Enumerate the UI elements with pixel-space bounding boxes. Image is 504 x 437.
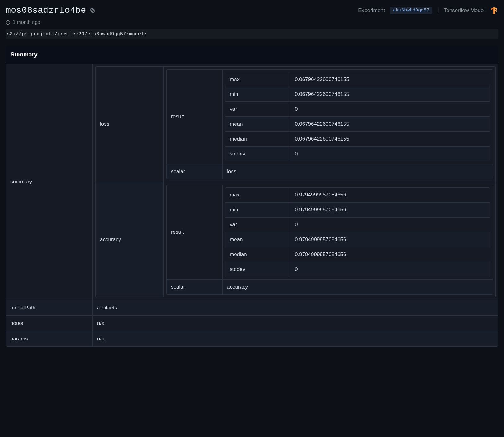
- cell-metric-body: result max0.9794999957084656 min0.979499…: [164, 182, 496, 297]
- card-header: Summary: [6, 46, 498, 64]
- timestamp-text: 1 month ago: [13, 20, 40, 25]
- table-row-modelpath: modelPath /artifacts: [6, 300, 498, 316]
- cell-result-value: max0.9794999957084656 min0.9794999957084…: [222, 185, 493, 280]
- stat-key: stddev: [225, 146, 290, 161]
- cell-result-label: result: [166, 185, 222, 280]
- clock-icon: [6, 20, 10, 25]
- cell-value: n/a: [92, 331, 498, 347]
- title-wrap: mos08sadzrlo4be: [6, 6, 95, 15]
- stat-key: mean: [225, 117, 290, 132]
- tensorflow-icon: [490, 6, 498, 15]
- cell-result-label: result: [166, 69, 222, 164]
- stats-table: max0.9794999957084656 min0.9794999957084…: [225, 187, 490, 277]
- stat-value: 0.9794999957084656: [290, 202, 490, 217]
- storage-path: s3://ps-projects/prymlee23/eku6bwbd9qg57…: [6, 29, 498, 39]
- stat-key: median: [225, 132, 290, 146]
- table-row-scalar: scalar loss: [166, 164, 493, 179]
- stat-value: 0.9794999957084656: [290, 247, 490, 262]
- stat-key: var: [225, 217, 290, 232]
- metric-detail-table: result max0.06796422600746155 min0.06796…: [166, 69, 493, 179]
- experiment-id-pill[interactable]: eku6bwbd9qg57: [390, 7, 432, 14]
- cell-value: n/a: [92, 316, 498, 331]
- stat-value: 0.06796422600746155: [290, 117, 490, 132]
- table-row-scalar: scalar accuracy: [166, 280, 493, 295]
- metric-detail-table: result max0.9794999957084656 min0.979499…: [166, 185, 493, 295]
- cell-scalar-label: scalar: [166, 280, 222, 295]
- svg-rect-1: [91, 9, 93, 11]
- stat-key: min: [225, 87, 290, 102]
- stat-value: 0: [290, 146, 490, 161]
- table-row-summary: summary loss result: [6, 64, 498, 300]
- cell-key: modelPath: [6, 300, 92, 316]
- stats-table: max0.06796422600746155 min0.067964226007…: [225, 72, 490, 161]
- table-row-stat: median0.9794999957084656: [225, 247, 490, 262]
- stat-key: min: [225, 202, 290, 217]
- table-row-stat: stddev0: [225, 146, 490, 161]
- cell-key: params: [6, 331, 92, 347]
- table-row-stat: max0.9794999957084656: [225, 187, 490, 202]
- cell-metric-name: accuracy: [95, 182, 164, 297]
- stat-key: median: [225, 247, 290, 262]
- stat-value: 0: [290, 102, 490, 117]
- timestamp-row: 1 month ago: [6, 20, 498, 25]
- cell-metric-name: loss: [95, 66, 164, 182]
- cell-summary-value: loss result max0.06796422600746155 mi: [92, 64, 498, 300]
- cell-metric-body: result max0.06796422600746155 min0.06796…: [164, 66, 496, 182]
- stat-key: stddev: [225, 262, 290, 277]
- table-row-notes: notes n/a: [6, 316, 498, 331]
- table-row-result: result max0.9794999957084656 min0.979499…: [166, 185, 493, 280]
- cell-value: /artifacts: [92, 300, 498, 316]
- table-row-stat: max0.06796422600746155: [225, 72, 490, 87]
- page-title: mos08sadzrlo4be: [6, 6, 86, 15]
- table-row-metric-accuracy: accuracy result max0.9794999957084656: [95, 182, 496, 297]
- cell-scalar-value: loss: [222, 164, 493, 179]
- stat-value: 0.9794999957084656: [290, 232, 490, 247]
- table-row-stat: stddev0: [225, 262, 490, 277]
- cell-result-value: max0.06796422600746155 min0.067964226007…: [222, 69, 493, 164]
- table-row-stat: mean0.9794999957084656: [225, 232, 490, 247]
- table-row-stat: median0.06796422600746155: [225, 132, 490, 146]
- cell-key: notes: [6, 316, 92, 331]
- cell-scalar-label: scalar: [166, 164, 222, 179]
- stat-key: max: [225, 72, 290, 87]
- table-row-metric-loss: loss result max0.06796422600746155 mi: [95, 66, 496, 182]
- table-row-result: result max0.06796422600746155 min0.06796…: [166, 69, 493, 164]
- stat-key: max: [225, 187, 290, 202]
- stat-value: 0.9794999957084656: [290, 187, 490, 202]
- stat-value: 0.06796422600746155: [290, 132, 490, 146]
- stat-value: 0.06796422600746155: [290, 72, 490, 87]
- stat-value: 0.06796422600746155: [290, 87, 490, 102]
- metrics-table: loss result max0.06796422600746155 mi: [95, 66, 496, 297]
- stat-key: mean: [225, 232, 290, 247]
- stat-key: var: [225, 102, 290, 117]
- model-type-label: Tensorflow Model: [444, 7, 485, 14]
- table-row-stat: mean0.06796422600746155: [225, 117, 490, 132]
- vertical-divider: |: [437, 7, 439, 14]
- summary-card: Summary summary loss resu: [6, 46, 498, 347]
- cell-summary-label: summary: [6, 64, 92, 300]
- stat-value: 0: [290, 262, 490, 277]
- summary-table-root: summary loss result: [6, 64, 498, 347]
- copy-icon[interactable]: [90, 8, 95, 13]
- page-header: mos08sadzrlo4be Experiment eku6bwbd9qg57…: [6, 6, 498, 15]
- table-row-params: params n/a: [6, 331, 498, 347]
- experiment-label: Experiment: [358, 7, 385, 14]
- table-row-stat: min0.9794999957084656: [225, 202, 490, 217]
- table-row-stat: var0: [225, 102, 490, 117]
- header-meta: Experiment eku6bwbd9qg57 | Tensorflow Mo…: [358, 6, 498, 15]
- svg-rect-0: [92, 10, 94, 12]
- cell-scalar-value: accuracy: [222, 280, 493, 295]
- table-row-stat: var0: [225, 217, 490, 232]
- stat-value: 0: [290, 217, 490, 232]
- table-row-stat: min0.06796422600746155: [225, 87, 490, 102]
